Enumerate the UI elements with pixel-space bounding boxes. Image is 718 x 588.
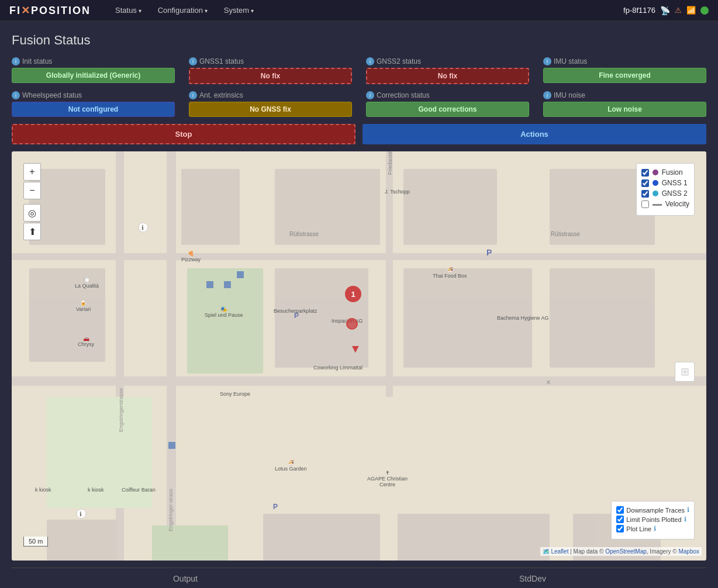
- leaflet-link[interactable]: Leaflet: [551, 548, 568, 555]
- wheelspeed-status-badge: Not configured: [12, 102, 175, 117]
- svg-rect-17: [47, 520, 117, 561]
- legend-gnss2: GNSS 2: [641, 189, 689, 198]
- zoom-out-button[interactable]: −: [23, 182, 41, 199]
- nav-menu: Status Configuration System: [108, 4, 623, 17]
- trace-limit-points: Limit Points Plotted ℹ: [616, 516, 689, 523]
- imu-noise-label: i IMU noise: [543, 91, 706, 99]
- navbar: FI✕POSITION Status Configuration System …: [0, 0, 718, 21]
- osm-link[interactable]: OpenStreetMap: [605, 548, 647, 555]
- gnss1-dot: [653, 180, 658, 186]
- plot-line-info-icon[interactable]: ℹ: [654, 525, 656, 532]
- svg-rect-5: [386, 151, 393, 397]
- ant-extrinsics-info-icon[interactable]: i: [189, 91, 197, 99]
- gnss2-status-card: i GNSS2 status No fix: [366, 57, 529, 84]
- svg-text:Friedaustr.: Friedaustr.: [387, 151, 393, 175]
- imu-noise-badge: Low noise: [543, 102, 706, 117]
- svg-text:Rütistrasse: Rütistrasse: [551, 231, 580, 237]
- nav-status[interactable]: Status: [108, 4, 149, 17]
- upload-button[interactable]: ⬆: [23, 223, 41, 240]
- limit-points-checkbox[interactable]: [616, 516, 624, 523]
- svg-rect-9: [181, 169, 240, 245]
- action-row: Stop Actions: [12, 124, 706, 144]
- ant-extrinsics-badge: No GNSS fix: [189, 102, 352, 117]
- legend-gnss1-checkbox[interactable]: [641, 179, 649, 187]
- map-legend: Fusion GNSS 1 GNSS 2 Velocity: [636, 163, 695, 216]
- svg-text:×: ×: [546, 378, 551, 387]
- position-dot: [346, 318, 358, 330]
- wheelspeed-status-card: i Wheelspeed status Not configured: [12, 91, 175, 117]
- downsample-info-icon[interactable]: ℹ: [687, 506, 689, 514]
- plot-line-checkbox[interactable]: [616, 525, 624, 532]
- gnss1-status-badge: No fix: [189, 68, 352, 84]
- gnss1-status-info-icon[interactable]: i: [189, 57, 197, 65]
- init-status-info-icon[interactable]: i: [12, 57, 20, 65]
- poi-label: ✝AGAPE ChristianCentre: [367, 470, 408, 487]
- poi-label: k kiosk: [88, 487, 104, 493]
- poi-label: Bachema Hygiene AG: [497, 315, 549, 321]
- svg-text:ℹ: ℹ: [141, 224, 144, 231]
- poi-label: J. Tschopp: [385, 189, 410, 195]
- stop-button[interactable]: Stop: [12, 124, 355, 144]
- gnss2-status-label: i GNSS2 status: [366, 57, 529, 65]
- legend-gnss2-checkbox[interactable]: [641, 190, 649, 198]
- mapbox-link[interactable]: Mapbox: [678, 548, 699, 555]
- poi-label: Besucherparkplatz: [274, 308, 317, 314]
- nav-system[interactable]: System: [217, 4, 261, 17]
- correction-info-icon[interactable]: i: [366, 91, 374, 99]
- stddev-panel: StdDev: [359, 568, 706, 588]
- page-title: Fusion Status: [12, 33, 706, 48]
- cluster-marker[interactable]: 1: [345, 286, 361, 302]
- init-status-badge: Globally initialized (Generic): [12, 68, 175, 83]
- imu-status-info-icon[interactable]: i: [543, 57, 551, 65]
- svg-text:ℹ: ℹ: [80, 511, 82, 517]
- device-id: fp-8f1176: [623, 6, 655, 15]
- poi-label: Coworking Limmattal: [313, 365, 363, 371]
- gnss2-dot: [653, 191, 658, 196]
- correction-status-badge: Good corrections: [366, 102, 529, 117]
- imu-noise-info-icon[interactable]: i: [543, 91, 551, 99]
- actions-button[interactable]: Actions: [363, 124, 706, 144]
- locate-button[interactable]: ◎: [23, 204, 41, 222]
- map-controls: + − ◎ ⬆: [23, 163, 41, 240]
- svg-rect-19: [263, 514, 380, 561]
- zoom-in-button[interactable]: +: [23, 163, 41, 181]
- bottom-panels: Output StdDev: [12, 568, 706, 588]
- gnss1-status-label: i GNSS1 status: [189, 57, 352, 65]
- poi-label: 🍽️La Qualità: [75, 277, 99, 289]
- downsample-checkbox[interactable]: [616, 506, 624, 514]
- nav-configuration[interactable]: Configuration: [151, 4, 215, 17]
- imu-noise-card: i IMU noise Low noise: [543, 91, 706, 117]
- poi-label: 🎭Spiel und Pause: [205, 306, 243, 318]
- svg-rect-13: [403, 169, 497, 245]
- map-scale: 50 m: [23, 537, 48, 547]
- poi-label: 🍕Pizzway: [181, 251, 201, 262]
- legend-fusion-checkbox[interactable]: [641, 169, 649, 177]
- power-icon: [700, 6, 709, 15]
- wheelspeed-info-icon[interactable]: i: [12, 91, 20, 99]
- imu-status-label: i IMU status: [543, 57, 706, 65]
- gnss2-status-info-icon[interactable]: i: [366, 57, 374, 65]
- wifi-icon: 📶: [686, 6, 696, 15]
- status-grid-row2: i Wheelspeed status Not configured i Ant…: [12, 91, 706, 117]
- main-content: Fusion Status i Init status Globally ini…: [0, 21, 718, 588]
- fusion-dot: [653, 170, 658, 175]
- svg-text:P: P: [486, 248, 492, 257]
- signal-icon: 📡: [660, 6, 670, 15]
- velocity-line: [653, 204, 662, 206]
- svg-rect-31: [206, 281, 213, 288]
- legend-gnss1: GNSS 1: [641, 179, 689, 187]
- legend-velocity-checkbox[interactable]: [641, 200, 649, 208]
- output-panel: Output: [12, 568, 359, 588]
- svg-rect-33: [237, 271, 244, 278]
- trace-downsample: Downsample Traces ℹ: [616, 506, 689, 514]
- limit-points-info-icon[interactable]: ℹ: [684, 516, 686, 523]
- map-container[interactable]: Engstringerstrasse Engstringer-strass Rü…: [12, 151, 706, 561]
- map-attribution: 🗺️ Leaflet | Map data © OpenStreetMap, I…: [540, 547, 702, 556]
- alert-icon: ⚠: [675, 6, 682, 15]
- poi-label: 🍜Thai Food Box: [433, 267, 467, 279]
- ant-extrinsics-card: i Ant. extrinsics No GNSS fix: [189, 91, 352, 117]
- svg-rect-20: [398, 514, 550, 561]
- gnss1-status-card: i GNSS1 status No fix: [189, 57, 352, 84]
- ant-extrinsics-label: i Ant. extrinsics: [189, 91, 352, 99]
- layer-button[interactable]: ⊞: [675, 362, 695, 382]
